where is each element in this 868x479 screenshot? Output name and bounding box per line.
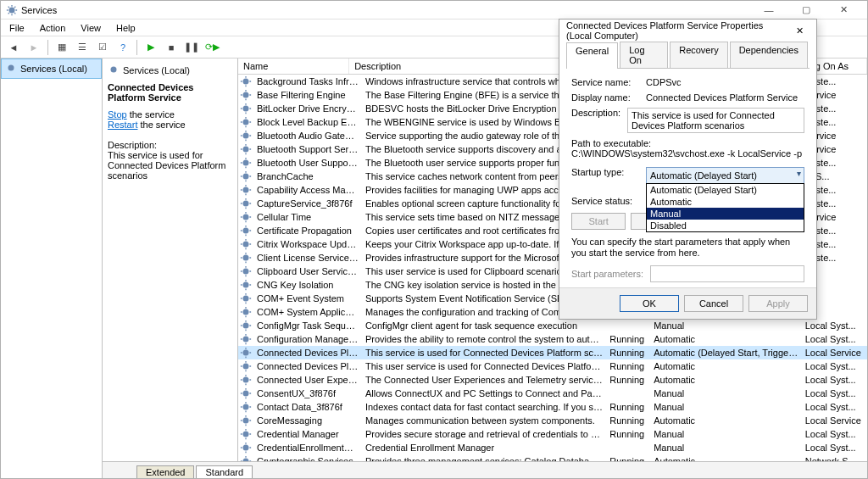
tab-extended[interactable]: Extended — [136, 465, 194, 478]
table-row[interactable]: CoreMessagingManages communication betwe… — [238, 414, 867, 427]
apply-button[interactable]: Apply — [748, 295, 808, 312]
option-manual[interactable]: Manual — [647, 208, 804, 220]
show-hide-tree-button[interactable]: ▦ — [53, 38, 71, 57]
gear-icon — [240, 442, 252, 454]
tree-label: Services (Local) — [20, 64, 87, 74]
table-row[interactable]: ConfigMgr Task Sequence ...ConfigMgr cli… — [238, 319, 867, 332]
start-button[interactable]: Start — [571, 213, 626, 230]
startup-type-label: Startup type: — [571, 167, 646, 177]
cell-description: The Connected User Experiences and Telem… — [362, 375, 606, 385]
gear-icon — [240, 333, 252, 345]
option-auto-delayed[interactable]: Automatic (Delayed Start) — [647, 184, 804, 196]
dialog-tabs: General Log On Recovery Dependencies — [566, 42, 810, 69]
gear-icon — [240, 401, 252, 413]
help-button[interactable]: ? — [114, 38, 132, 57]
svg-point-18 — [243, 282, 249, 288]
table-row[interactable]: Connected User Experience...The Connecte… — [238, 373, 867, 387]
svg-point-0 — [9, 7, 15, 13]
table-row[interactable]: Cryptographic ServicesProvides three man… — [238, 454, 867, 461]
svg-point-2 — [111, 67, 117, 73]
gear-icon — [5, 62, 17, 75]
option-disabled[interactable]: Disabled — [647, 220, 804, 231]
display-name-value: Connected Devices Platform Service — [646, 92, 804, 103]
tab-recovery[interactable]: Recovery — [670, 42, 727, 68]
display-name-label: Display name: — [571, 92, 646, 103]
close-button[interactable]: ✕ — [825, 2, 862, 19]
cell-name: Credential Manager — [253, 429, 362, 439]
table-row[interactable]: Connected Devices Platfor...This service… — [238, 346, 867, 359]
start-service-button[interactable]: ▶ — [142, 38, 160, 57]
svg-point-17 — [243, 269, 249, 275]
gear-icon — [240, 238, 252, 250]
start-params-input[interactable] — [650, 265, 804, 282]
description-text: This service is used for Connected Devic… — [108, 150, 232, 181]
tab-general[interactable]: General — [566, 42, 618, 69]
tab-log-on[interactable]: Log On — [620, 42, 668, 68]
svg-point-8 — [243, 147, 249, 153]
gear-icon — [240, 360, 252, 372]
minimize-button[interactable]: — — [750, 2, 787, 19]
gear-icon — [240, 116, 252, 128]
table-row[interactable]: Credential ManagerProvides secure storag… — [238, 427, 867, 441]
cell-logon: Local Service — [802, 348, 867, 358]
service-status-label: Service status: — [571, 196, 646, 206]
pause-service-button[interactable]: ❚❚ — [182, 38, 201, 57]
restart-link[interactable]: Restart — [108, 120, 137, 130]
svg-point-6 — [243, 120, 249, 125]
startup-type-select[interactable]: Automatic (Delayed Start) — [646, 167, 804, 184]
table-row[interactable]: Connected Devices Platfor...This user se… — [238, 359, 867, 373]
properties-button[interactable]: ☑ — [93, 38, 112, 57]
menu-view[interactable]: View — [75, 21, 106, 35]
back-button[interactable]: ◄ — [4, 38, 23, 57]
cell-status: Running — [606, 402, 650, 412]
stop-service-button[interactable]: ■ — [162, 38, 181, 57]
tab-standard[interactable]: Standard — [196, 465, 253, 478]
cell-description: ConfigMgr client agent for task sequence… — [362, 320, 606, 331]
dialog-title-bar: Connected Devices Platform Service Prope… — [559, 19, 816, 42]
table-row[interactable]: Configuration Manager Re...Provides the … — [238, 332, 867, 346]
gear-icon — [240, 265, 252, 277]
stop-link[interactable]: Stop — [108, 109, 127, 120]
cancel-button[interactable]: Cancel — [684, 295, 743, 312]
window-title: Services — [21, 5, 57, 15]
properties-dialog: Connected Devices Platform Service Prope… — [559, 19, 817, 320]
svg-point-19 — [243, 296, 249, 302]
svg-point-15 — [243, 242, 249, 248]
table-row[interactable]: Contact Data_3f876fIndexes contact data … — [238, 400, 867, 414]
svg-point-29 — [243, 432, 249, 437]
option-automatic[interactable]: Automatic — [647, 196, 804, 208]
tab-dependencies[interactable]: Dependencies — [730, 42, 808, 68]
gear-icon — [240, 89, 252, 101]
menu-help[interactable]: Help — [111, 21, 141, 35]
cell-name: Capability Access Manager ... — [253, 185, 362, 195]
gear-icon — [240, 347, 252, 359]
description-label: Description: — [571, 108, 627, 118]
cell-description: This service is used for Connected Devic… — [362, 348, 606, 358]
col-name[interactable]: Name — [238, 58, 349, 74]
ok-button[interactable]: OK — [620, 295, 679, 312]
table-row[interactable]: ConsentUX_3f876fAllows ConnectUX and PC … — [238, 387, 867, 400]
export-list-button[interactable]: ☰ — [73, 38, 92, 57]
cell-startup: Manual — [650, 388, 802, 398]
dialog-close-button[interactable]: ✕ — [790, 21, 810, 40]
maximize-button[interactable]: ▢ — [787, 2, 825, 19]
cell-name: CredentialEnrollmentMana... — [253, 443, 362, 453]
cell-name: BranchCache — [253, 171, 362, 181]
gear-icon — [240, 320, 252, 331]
svg-point-20 — [243, 309, 249, 315]
table-row[interactable]: CredentialEnrollmentMana...Credential En… — [238, 441, 867, 454]
cell-description: Indexes contact data for fast contact se… — [362, 402, 606, 412]
cell-startup: Automatic — [650, 415, 802, 426]
cell-logon: Local Syst... — [802, 443, 867, 453]
menu-file[interactable]: File — [4, 21, 30, 35]
cell-name: BitLocker Drive Encryption ... — [253, 103, 362, 114]
restart-service-button[interactable]: ⟳▶ — [203, 38, 221, 57]
tree-services-local[interactable]: Services (Local) — [1, 58, 102, 79]
cell-name: Background Tasks Infrastruc... — [253, 76, 362, 86]
gear-icon — [240, 184, 252, 196]
cell-startup: Automatic — [650, 334, 802, 344]
gear-icon — [240, 225, 252, 237]
forward-button[interactable]: ► — [25, 38, 43, 57]
cell-logon: Local Syst... — [802, 402, 867, 412]
menu-action[interactable]: Action — [35, 21, 71, 35]
